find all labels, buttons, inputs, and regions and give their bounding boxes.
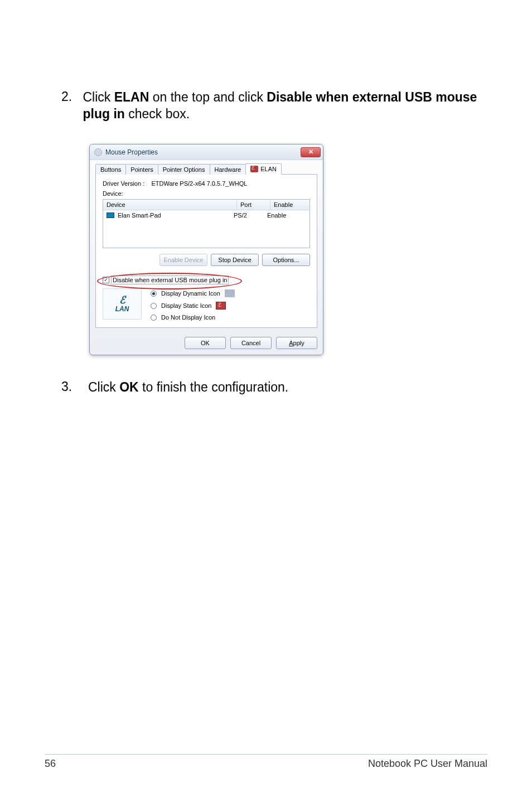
titlebar: Mouse Properties ✕ xyxy=(90,144,323,160)
apply-mnemonic: A xyxy=(289,340,293,346)
radio-dynamic-label: Display Dynamic Icon xyxy=(161,290,220,297)
apply-button[interactable]: Apply xyxy=(276,337,317,349)
disable-usb-label: Disable when external USB mouse plug in xyxy=(112,276,228,284)
dialog-buttons: OK Cancel Apply xyxy=(90,332,323,355)
cancel-label: Cancel xyxy=(241,340,260,346)
ok-label: OK xyxy=(201,340,210,346)
step-2-mid: on the top and click xyxy=(149,90,267,104)
step-3: 3. Click OK to finish the configuration. xyxy=(61,379,487,400)
static-tray-icon xyxy=(216,302,226,310)
radio-none-row[interactable]: Do Not Display Icon xyxy=(151,314,310,321)
radio-static-row[interactable]: Display Static Icon xyxy=(151,302,310,310)
device-table: Device Port Enable Elan Smart-Pad PS/2 E… xyxy=(103,199,310,248)
radio-dynamic-row[interactable]: Display Dynamic Icon xyxy=(151,289,310,297)
mouse-properties-dialog-image: Mouse Properties ✕ Buttons Pointers Poin… xyxy=(89,144,323,355)
step-2-pre: Click xyxy=(83,90,114,104)
driver-version-value: ETDWare PS/2-x64 7.0.5.7_WHQL xyxy=(151,180,247,187)
mouse-icon xyxy=(94,148,102,156)
cancel-button[interactable]: Cancel xyxy=(230,337,272,349)
step-3-number: 3. xyxy=(61,379,88,396)
tab-pointer-options-label: Pointer Options xyxy=(163,166,205,173)
elan-logo-text: LAN xyxy=(115,305,129,313)
step-2-bold-elan: ELAN xyxy=(114,90,149,104)
elan-logo-swash: ℰ xyxy=(119,295,125,305)
dialog-title: Mouse Properties xyxy=(105,148,297,156)
tab-hardware-label: Hardware xyxy=(215,166,241,173)
tabs: Buttons Pointers Pointer Options Hardwar… xyxy=(95,163,317,175)
tab-buttons[interactable]: Buttons xyxy=(95,164,126,175)
close-button[interactable]: ✕ xyxy=(301,147,321,157)
radio-static-label: Display Static Icon xyxy=(161,302,211,309)
disable-usb-checkbox-row: Disable when external USB mouse plug in xyxy=(103,276,310,284)
step-3-post: to finish the configuration. xyxy=(139,380,289,394)
step-2-post: check box. xyxy=(125,107,190,121)
tab-pointer-options[interactable]: Pointer Options xyxy=(158,164,210,175)
page-footer: 56 Notebook PC User Manual xyxy=(45,754,487,770)
options-label: Options... xyxy=(273,257,299,263)
radio-static[interactable] xyxy=(151,303,157,309)
step-3-bold-ok: OK xyxy=(119,380,139,394)
tab-pointers-label: Pointers xyxy=(130,166,153,173)
ok-button[interactable]: OK xyxy=(185,337,226,349)
apply-rest: pply xyxy=(293,340,304,346)
touchpad-icon xyxy=(107,212,114,218)
device-label: Device: xyxy=(103,190,310,197)
options-button[interactable]: Options... xyxy=(262,254,310,266)
col-port: Port xyxy=(237,200,270,210)
driver-version-label: Driver Version : xyxy=(103,180,144,187)
step-2: 2. Click ELAN on the top and click Disab… xyxy=(61,89,487,127)
manual-title: Notebook PC User Manual xyxy=(368,758,487,770)
step-3-text: Click OK to finish the configuration. xyxy=(88,379,288,396)
enable-device-button: Enable Device xyxy=(159,254,207,266)
col-enable: Enable xyxy=(270,200,309,210)
mouse-properties-dialog: Mouse Properties ✕ Buttons Pointers Poin… xyxy=(89,144,323,355)
driver-version-row: Driver Version : ETDWare PS/2-x64 7.0.5.… xyxy=(103,180,310,187)
step-2-text: Click ELAN on the top and click Disable … xyxy=(83,89,487,123)
step-3-pre: Click xyxy=(88,380,119,394)
radio-none[interactable] xyxy=(151,315,157,321)
tab-pointers[interactable]: Pointers xyxy=(125,164,158,175)
col-device: Device xyxy=(103,200,237,210)
device-enable: Enable xyxy=(267,212,306,219)
page-number: 56 xyxy=(45,758,56,770)
close-icon: ✕ xyxy=(308,148,313,156)
step-2-number: 2. xyxy=(61,89,83,123)
elan-icon xyxy=(250,166,258,172)
radio-none-label: Do Not Display Icon xyxy=(161,314,215,321)
device-name: Elan Smart-Pad xyxy=(118,212,161,219)
device-port: PS/2 xyxy=(234,212,267,219)
tab-elan-label: ELAN xyxy=(260,166,277,172)
stop-device-button[interactable]: Stop Device xyxy=(211,254,259,266)
enable-device-label: Enable Device xyxy=(164,257,204,263)
dynamic-tray-icon xyxy=(225,289,235,297)
stop-device-label: Stop Device xyxy=(218,257,251,263)
disable-usb-checkbox[interactable] xyxy=(103,277,109,283)
elan-logo: ℰ LAN xyxy=(103,288,142,320)
tab-buttons-label: Buttons xyxy=(100,166,121,173)
tab-elan[interactable]: ELAN xyxy=(245,163,282,175)
device-row[interactable]: Elan Smart-Pad PS/2 Enable xyxy=(103,210,309,220)
device-table-header: Device Port Enable xyxy=(103,200,309,210)
radio-dynamic[interactable] xyxy=(151,291,157,297)
elan-panel: Driver Version : ETDWare PS/2-x64 7.0.5.… xyxy=(95,174,317,328)
tab-hardware[interactable]: Hardware xyxy=(210,164,246,175)
